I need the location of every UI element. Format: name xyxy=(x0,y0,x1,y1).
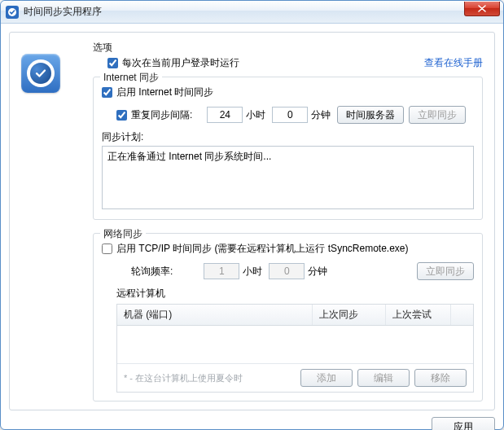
close-button[interactable] xyxy=(464,2,500,16)
apply-button[interactable]: 应用 xyxy=(432,417,495,430)
table-footer: * - 在这台计算机上使用夏令时 添加 编辑 移除 xyxy=(117,363,473,392)
window-title: 时间同步实用程序 xyxy=(24,5,102,19)
internet-sync-legend: Internet 同步 xyxy=(100,71,162,85)
repeat-interval-checkbox[interactable] xyxy=(116,110,127,121)
poll-frequency-label: 轮询频率: xyxy=(131,265,173,279)
repeat-interval-label: 重复同步间隔: xyxy=(131,108,192,122)
titlebar[interactable]: 时间同步实用程序 xyxy=(1,1,503,24)
enable-internet-sync-label: 启用 Internet 时间同步 xyxy=(116,86,213,99)
network-sync-section: 网络同步 启用 TCP/IP 时间同步 (需要在远程计算机上运行 tSyncRe… xyxy=(93,233,483,401)
app-icon xyxy=(21,54,60,93)
internet-sync-group: Internet 同步 启用 Internet 时间同步 重复同步间隔: 小时 … xyxy=(93,77,483,220)
hours-unit: 小时 xyxy=(246,108,265,122)
inner-panel: 选项 每次在当前用户登录时运行 查看在线手册 Internet 同步 启用 In… xyxy=(9,32,495,410)
col-last-sync[interactable]: 上次同步 xyxy=(313,305,386,325)
time-server-button[interactable]: 时间服务器 xyxy=(337,106,404,124)
dst-note: * - 在这台计算机上使用夏令时 xyxy=(124,372,243,384)
run-on-login-checkbox[interactable] xyxy=(107,58,118,68)
col-machine[interactable]: 机器 (端口) xyxy=(117,305,313,325)
table-body[interactable] xyxy=(117,326,473,363)
sync-plan-text: 正在准备通过 Internet 同步系统时间... xyxy=(107,151,271,162)
net-hours-unit: 小时 xyxy=(243,265,262,279)
edit-button[interactable]: 编辑 xyxy=(357,369,410,387)
col-spacer xyxy=(451,305,473,325)
remote-computers-table: 机器 (端口) 上次同步 上次尝试 * - 在这台计算机上使用夏令时 添加 编辑… xyxy=(116,304,474,393)
app-title-icon xyxy=(6,6,19,19)
add-button[interactable]: 添加 xyxy=(300,369,353,387)
run-on-login-label: 每次在当前用户登录时运行 xyxy=(122,56,239,70)
online-manual-link[interactable]: 查看在线手册 xyxy=(424,56,483,70)
options-label: 选项 xyxy=(93,41,483,55)
enable-tcpip-sync-checkbox[interactable] xyxy=(102,244,112,254)
internet-sync-now-button[interactable]: 立即同步 xyxy=(409,106,466,124)
sync-plan-label: 同步计划: xyxy=(102,130,474,144)
col-last-attempt[interactable]: 上次尝试 xyxy=(386,305,451,325)
dialog-window: 时间同步实用程序 选项 每次在当前用户登录时运行 查看在线手册 xyxy=(0,0,504,430)
minutes-unit: 分钟 xyxy=(311,108,331,122)
network-sync-group: 网络同步 启用 TCP/IP 时间同步 (需要在远程计算机上运行 tSyncRe… xyxy=(93,233,483,401)
remote-computers-label: 远程计算机 xyxy=(116,287,474,301)
network-sync-legend: 网络同步 xyxy=(100,227,146,241)
sync-plan-box: 正在准备通过 Internet 同步系统时间... xyxy=(102,146,474,209)
internet-hours-input[interactable] xyxy=(207,107,243,123)
enable-internet-sync-checkbox[interactable] xyxy=(102,87,112,98)
remove-button[interactable]: 移除 xyxy=(414,369,467,387)
dialog-footer: 应用 xyxy=(9,410,495,430)
network-hours-input[interactable] xyxy=(204,263,239,279)
client-area: 选项 每次在当前用户登录时运行 查看在线手册 Internet 同步 启用 In… xyxy=(1,24,503,429)
network-minutes-input[interactable] xyxy=(269,263,305,279)
table-header: 机器 (端口) 上次同步 上次尝试 xyxy=(117,305,473,326)
options-section: 选项 每次在当前用户登录时运行 查看在线手册 Internet 同步 启用 In… xyxy=(93,41,483,220)
enable-tcpip-sync-label: 启用 TCP/IP 时间同步 (需要在远程计算机上运行 tSyncRemote.… xyxy=(116,242,409,256)
internet-minutes-input[interactable] xyxy=(272,107,308,123)
network-sync-now-button[interactable]: 立即同步 xyxy=(417,262,474,280)
net-minutes-unit: 分钟 xyxy=(308,265,327,279)
